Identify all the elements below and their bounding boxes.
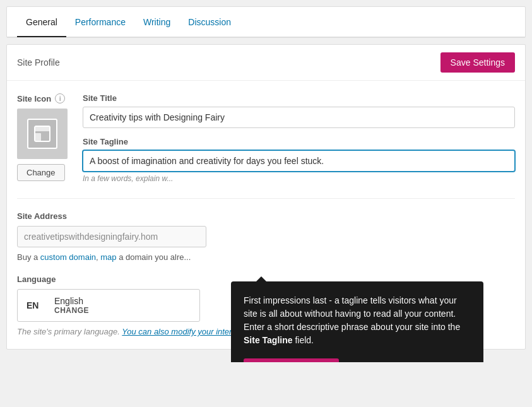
tooltip-text-before: First impressions last - a tagline tells…	[244, 295, 460, 332]
tab-general[interactable]: General	[17, 7, 66, 37]
site-icon-text: Site Icon	[17, 94, 51, 103]
layout-icon	[33, 125, 51, 143]
tabs-panel: General Performance Writing Discussion	[6, 6, 526, 38]
tooltip-text-after: field.	[293, 335, 314, 345]
site-icon-placeholder	[27, 119, 57, 149]
tab-writing[interactable]: Writing	[134, 7, 179, 37]
site-icon-col: Site Icon i Change	[17, 93, 68, 186]
site-icon-row: Site Icon i Change	[17, 93, 515, 186]
tooltip-text: First impressions last - a tagline tells…	[244, 294, 471, 347]
svg-rect-1	[35, 126, 50, 131]
custom-domain-link[interactable]: custom domain	[40, 252, 96, 262]
site-address-section: Site Address Buy a custom domain, map a …	[17, 211, 515, 262]
tabs-nav: General Performance Writing Discussion	[7, 7, 525, 37]
language-code: EN	[27, 300, 45, 310]
site-profile-panel: Site Profile Save Settings Site Icon i	[6, 44, 526, 350]
section-title: Site Profile	[17, 57, 60, 68]
site-address-label: Site Address	[17, 211, 515, 221]
site-tagline-hint: In a few words, explain w...	[83, 174, 515, 183]
tooltip-actions: All done, continue Return to the checkli…	[244, 358, 471, 362]
site-address-hint: Buy a custom domain, map a domain you al…	[17, 252, 515, 262]
tab-discussion[interactable]: Discussion	[179, 7, 240, 37]
tooltip-bold: Site Tagline	[244, 335, 293, 345]
svg-rect-2	[35, 133, 41, 141]
map-link[interactable]: map	[100, 252, 116, 262]
language-footer-prefix: The site's primary language.	[17, 327, 122, 336]
language-name: English	[54, 296, 89, 306]
tab-performance[interactable]: Performance	[66, 7, 134, 37]
site-tagline-label: Site Tagline	[83, 137, 515, 146]
site-address-input[interactable]	[17, 226, 206, 247]
site-fields-col: Site Title Site Tagline In a few words, …	[83, 93, 515, 186]
site-icon-label: Site Icon i	[17, 93, 65, 103]
save-settings-button[interactable]: Save Settings	[440, 52, 515, 73]
tooltip-popover: First impressions last - a tagline tells…	[231, 281, 483, 362]
divider	[17, 198, 515, 199]
section-body: Site Icon i Change	[7, 81, 525, 349]
tooltip-arrow	[256, 276, 266, 281]
site-title-input[interactable]	[83, 107, 515, 128]
all-done-button[interactable]: All done, continue	[244, 358, 339, 362]
language-selector[interactable]: EN English CHANGE	[17, 289, 200, 322]
language-info: English CHANGE	[54, 296, 89, 315]
info-icon[interactable]: i	[55, 93, 65, 103]
change-icon-button[interactable]: Change	[17, 164, 65, 181]
site-icon-preview	[17, 109, 68, 159]
site-tagline-input[interactable]	[83, 150, 515, 172]
section-header: Site Profile Save Settings	[7, 45, 525, 81]
language-change: CHANGE	[54, 306, 89, 315]
site-title-label: Site Title	[83, 93, 515, 103]
